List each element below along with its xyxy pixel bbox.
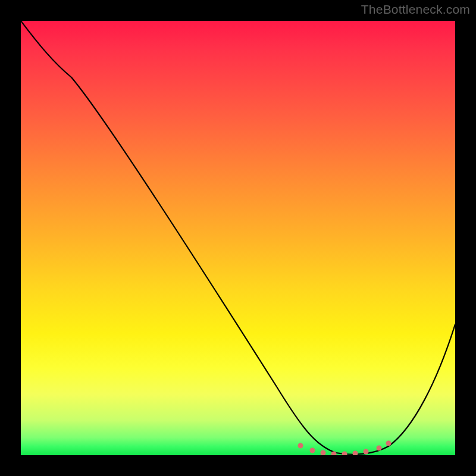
svg-point-0 (298, 443, 303, 449)
valley-markers (298, 441, 392, 456)
svg-point-5 (353, 451, 358, 456)
svg-point-2 (321, 450, 326, 456)
chart-container: TheBottleneck.com (0, 0, 476, 476)
plot-area (21, 21, 455, 455)
watermark-text: TheBottleneck.com (361, 2, 470, 17)
bottleneck-curve-path (21, 21, 455, 455)
svg-point-7 (377, 446, 382, 451)
svg-point-6 (364, 449, 369, 455)
svg-point-4 (342, 452, 347, 456)
svg-point-1 (310, 448, 315, 453)
bottleneck-curve-svg (21, 21, 455, 455)
svg-point-8 (386, 441, 392, 446)
